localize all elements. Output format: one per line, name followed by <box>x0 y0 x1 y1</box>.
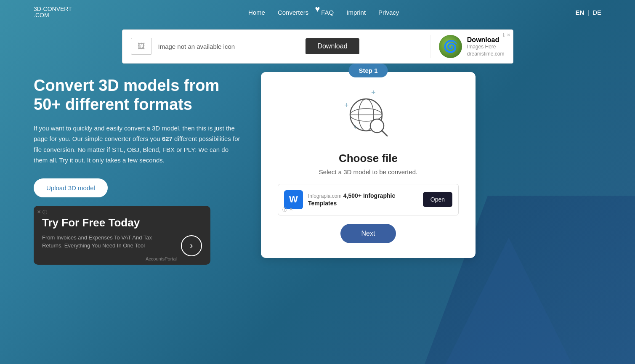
inner-ad-text: Infograpia.com 4,500+ Infographic Templa… <box>308 192 418 207</box>
converter-panel: Step 1 + + + Choose file Select a 3D m <box>261 72 476 258</box>
ad-card-controls: ✕ ⓘ <box>37 209 47 215</box>
choose-file-title: Choose file <box>278 152 459 165</box>
lang-de[interactable]: DE <box>592 9 601 16</box>
nav-converters[interactable]: Converters <box>278 9 308 16</box>
inner-ad-close-icon[interactable]: ✕ <box>289 207 293 213</box>
ad-left-section: 🖼 Image not an available icon <box>131 38 235 55</box>
hero-number: 627 <box>162 135 173 142</box>
ad-card-title: Try For Free Today <box>42 216 202 229</box>
site-logo[interactable]: 3D-CONVERT .COM <box>34 6 72 19</box>
ad-spiral-logo: 🌀 <box>439 35 462 58</box>
upload-3d-model-button[interactable]: Upload 3D model <box>34 178 108 197</box>
ad-card-close-icon[interactable]: ✕ <box>37 209 41 215</box>
lang-divider: | <box>587 9 589 16</box>
inner-ad-source: Infograpia.com <box>308 193 341 199</box>
inner-ad-open-button[interactable]: Open <box>423 192 452 207</box>
svg-text:+: + <box>344 101 349 109</box>
ad-card-arrow-button[interactable]: › <box>181 235 202 256</box>
nav-home[interactable]: Home <box>248 9 265 16</box>
top-ad-banner: ℹ ✕ 🖼 Image not an available icon Downlo… <box>122 29 513 64</box>
heart-icon: ♥ <box>315 4 320 14</box>
ad-download-button[interactable]: Download <box>306 38 359 54</box>
svg-text:+: + <box>371 89 376 97</box>
inner-ad-bottom-icons: ⓘ ✕ <box>282 207 293 213</box>
main-content: Convert 3D models from 50+ different for… <box>0 72 635 265</box>
ad-right-section: 🌀 Download Images Here dreamstime.com <box>430 35 505 58</box>
nav-privacy[interactable]: Privacy <box>378 9 399 16</box>
hero-description: If you want to quickly and easily conver… <box>34 123 244 166</box>
nav-links: Home Converters FAQ Imprint Privacy <box>248 9 399 16</box>
ad-card-subtitle: From Invoices and Expenses To VAT And Ta… <box>42 234 156 250</box>
ad-card-info-icon[interactable]: ⓘ <box>43 209 47 215</box>
ad-image-placeholder: 🖼 <box>131 38 152 55</box>
lang-en[interactable]: EN <box>575 9 584 16</box>
ad-card-footer: AccountsPortal <box>146 256 177 261</box>
ad-card: ✕ ⓘ Try For Free Today From Invoices and… <box>34 206 210 265</box>
step-badge: Step 1 <box>348 64 388 77</box>
nav-faq[interactable]: FAQ <box>321 9 334 16</box>
globe-search-icon: + + + <box>341 89 396 143</box>
inner-ad-info-icon[interactable]: ⓘ <box>282 207 287 213</box>
left-panel: Convert 3D models from 50+ different for… <box>34 72 244 265</box>
choose-file-description: Select a 3D model to be converted. <box>278 168 459 175</box>
ad-info-icons: ℹ ✕ <box>503 32 510 38</box>
inner-ad: W Infograpia.com 4,500+ Infographic Temp… <box>278 184 459 215</box>
language-switcher: EN | DE <box>575 9 601 16</box>
inner-ad-logo-letter: W <box>289 194 298 205</box>
ad-info-icon[interactable]: ℹ <box>503 32 505 38</box>
ad-image-label: Image not an available icon <box>158 43 235 50</box>
hero-title: Convert 3D models from 50+ different for… <box>34 76 244 114</box>
ad-close-icon[interactable]: ✕ <box>507 32 510 38</box>
globe-icon-area: + + + <box>278 89 459 143</box>
next-button[interactable]: Next <box>340 224 396 243</box>
nav-imprint[interactable]: Imprint <box>346 9 366 16</box>
ad-right-text: Download Images Here dreamstime.com <box>467 36 505 57</box>
image-icon: 🖼 <box>138 42 145 51</box>
svg-line-8 <box>382 130 387 136</box>
